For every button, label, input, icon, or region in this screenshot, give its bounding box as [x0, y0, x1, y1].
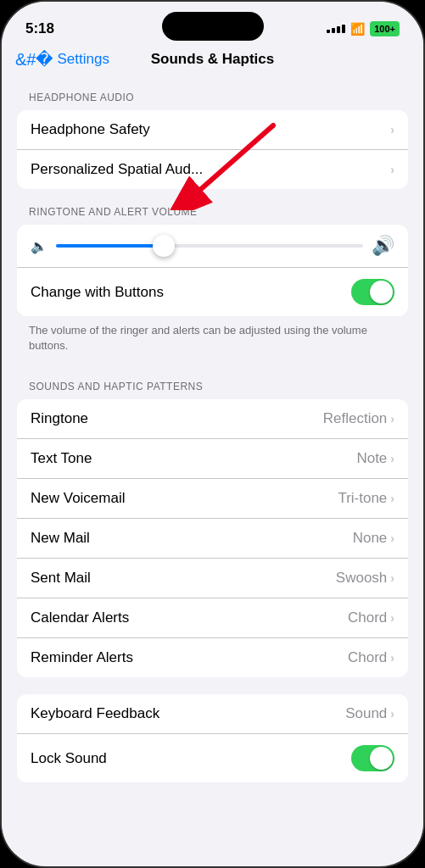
text-tone-right: Note ›	[356, 450, 394, 467]
wifi-icon: 📶	[350, 22, 365, 36]
text-tone-value: Note	[356, 450, 387, 467]
change-with-buttons-row[interactable]: Change with Buttons	[17, 268, 408, 316]
text-tone-row[interactable]: Text Tone Note ›	[17, 439, 408, 479]
dynamic-island	[162, 12, 264, 41]
reminder-alerts-label: Reminder Alerts	[31, 649, 133, 666]
signal-icon	[327, 25, 345, 33]
bottom-spacer	[2, 782, 423, 808]
sounds-patterns-section: SOUNDS AND HAPTIC PATTERNS Ringtone Refl…	[2, 364, 423, 677]
new-voicemail-value: Tri-tone	[338, 490, 387, 507]
volume-slider-thumb[interactable]	[153, 235, 175, 257]
sent-mail-chevron-icon: ›	[390, 571, 394, 585]
calendar-alerts-right: Chord ›	[348, 609, 394, 626]
sent-mail-row[interactable]: Sent Mail Swoosh ›	[17, 559, 408, 598]
calendar-alerts-label: Calendar Alerts	[31, 609, 129, 626]
keyboard-card: Keyboard Feedback Sound › Lock Sound	[17, 694, 408, 782]
volume-high-icon: 🔊	[372, 235, 394, 257]
new-mail-row[interactable]: New Mail None ›	[17, 519, 408, 559]
ringtone-label: Ringtone	[31, 410, 88, 427]
headphone-safety-right: ›	[390, 123, 394, 136]
keyboard-feedback-label: Keyboard Feedback	[31, 705, 159, 722]
status-icons: 📶 100+	[327, 21, 400, 36]
lock-sound-toggle[interactable]	[351, 745, 394, 771]
new-mail-value: None	[353, 530, 388, 547]
headphone-safety-row[interactable]: Headphone Safety ›	[17, 110, 408, 150]
headphone-safety-label: Headphone Safety	[31, 121, 150, 138]
change-with-buttons-toggle[interactable]	[351, 279, 394, 305]
keyboard-feedback-chevron-icon: ›	[390, 707, 394, 721]
headphone-safety-chevron-icon: ›	[390, 123, 394, 136]
ringtone-volume-label: RINGTONE AND ALERT VOLUME	[2, 189, 423, 225]
new-voicemail-label: New Voicemail	[31, 490, 126, 507]
volume-slider-track[interactable]	[56, 244, 363, 248]
ringtone-value: Reflection	[323, 410, 388, 427]
text-tone-chevron-icon: ›	[390, 452, 394, 465]
battery-icon: 100+	[370, 21, 400, 36]
reminder-alerts-chevron-icon: ›	[390, 651, 394, 665]
keyboard-feedback-value: Sound	[345, 705, 387, 722]
nav-bar: &#� Settings Sounds & Haptics	[2, 44, 423, 75]
new-voicemail-right: Tri-tone ›	[338, 490, 394, 507]
change-with-buttons-label: Change with Buttons	[31, 284, 164, 301]
calendar-alerts-value: Chord	[348, 609, 387, 626]
calendar-alerts-chevron-icon: ›	[390, 611, 394, 625]
ringtone-row[interactable]: Ringtone Reflection ›	[17, 399, 408, 439]
headphone-audio-label: HEADPHONE AUDIO	[2, 75, 423, 110]
keyboard-feedback-row[interactable]: Keyboard Feedback Sound ›	[17, 694, 408, 734]
lock-sound-toggle-thumb	[370, 747, 393, 770]
ringtone-right: Reflection ›	[323, 410, 394, 427]
new-mail-right: None ›	[353, 530, 394, 547]
new-voicemail-chevron-icon: ›	[390, 492, 394, 505]
headphone-audio-section: HEADPHONE AUDIO Headphone Safety › Perso…	[2, 75, 423, 189]
calendar-alerts-row[interactable]: Calendar Alerts Chord ›	[17, 598, 408, 638]
sounds-patterns-card: Ringtone Reflection › Text Tone Note › N…	[17, 399, 408, 677]
volume-slider-fill	[56, 244, 164, 248]
volume-low-icon: 🔈	[31, 238, 48, 254]
ringtone-chevron-icon: ›	[390, 412, 394, 426]
spatial-audio-label: Personalized Spatial Aud...	[31, 161, 203, 178]
headphone-audio-card: Headphone Safety › Personalized Spatial …	[17, 110, 408, 189]
new-mail-label: New Mail	[31, 530, 90, 547]
sent-mail-right: Swoosh ›	[336, 570, 394, 587]
lock-sound-label: Lock Sound	[31, 750, 107, 767]
sounds-patterns-label: SOUNDS AND HAPTIC PATTERNS	[2, 364, 423, 399]
sent-mail-value: Swoosh	[336, 570, 387, 587]
spatial-audio-right: ›	[390, 163, 394, 176]
reminder-alerts-right: Chord ›	[348, 649, 394, 666]
volume-description: The volume of the ringer and alerts can …	[2, 316, 423, 364]
spatial-audio-chevron-icon: ›	[390, 163, 394, 176]
lock-sound-row[interactable]: Lock Sound	[17, 734, 408, 782]
back-button[interactable]: &#� Settings	[15, 51, 109, 68]
reminder-alerts-row[interactable]: Reminder Alerts Chord ›	[17, 638, 408, 677]
new-voicemail-row[interactable]: New Voicemail Tri-tone ›	[17, 479, 408, 519]
reminder-alerts-value: Chord	[348, 649, 387, 666]
back-label: Settings	[57, 51, 109, 68]
page-title: Sounds & Haptics	[151, 51, 274, 68]
keyboard-section: Keyboard Feedback Sound › Lock Sound	[2, 694, 423, 782]
toggle-thumb	[370, 281, 393, 303]
content-area: HEADPHONE AUDIO Headphone Safety › Perso…	[2, 75, 423, 854]
keyboard-feedback-right: Sound ›	[345, 705, 394, 722]
new-mail-chevron-icon: ›	[390, 531, 394, 545]
text-tone-label: Text Tone	[31, 450, 92, 467]
ringtone-volume-section: RINGTONE AND ALERT VOLUME 🔈 🔊 Change wit…	[2, 189, 423, 364]
status-time: 5:18	[25, 20, 54, 37]
volume-slider-row[interactable]: 🔈 🔊	[17, 225, 408, 268]
sent-mail-label: Sent Mail	[31, 570, 91, 587]
spatial-audio-row[interactable]: Personalized Spatial Aud... ›	[17, 150, 408, 189]
volume-card: 🔈 🔊 Change with Buttons	[17, 225, 408, 316]
back-chevron-icon: &#�	[15, 51, 53, 68]
